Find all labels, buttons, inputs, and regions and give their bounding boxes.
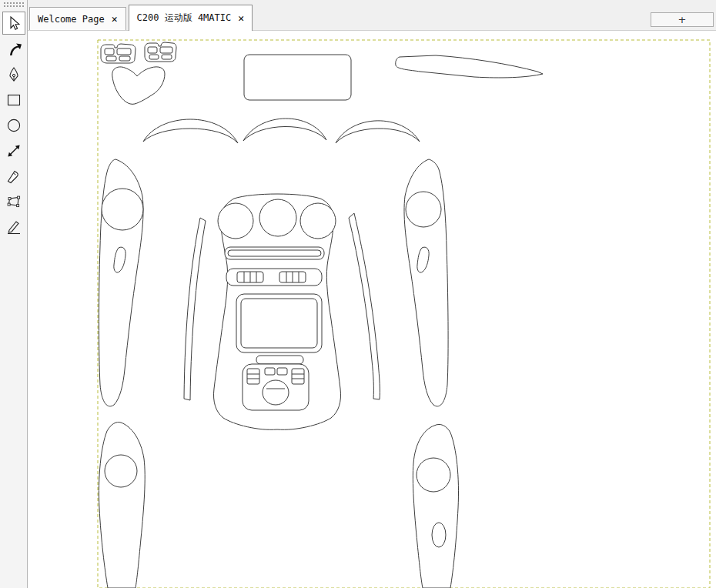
steering-button-panel-left[interactable] bbox=[101, 44, 136, 63]
tool-pencil[interactable] bbox=[0, 214, 28, 239]
toolbar-grip bbox=[3, 2, 25, 8]
scale-arrows-icon bbox=[5, 142, 22, 159]
app-window: Welcome Page ✕ C200 运动版 4MATIC ✕ + bbox=[0, 0, 716, 588]
steering-button-panel-right[interactable] bbox=[145, 42, 176, 62]
tool-select[interactable] bbox=[2, 12, 25, 35]
tab-label: C200 运动版 4MATIC bbox=[137, 12, 232, 25]
tab-label: Welcome Page bbox=[38, 14, 105, 25]
warp-quad-icon bbox=[5, 193, 22, 210]
selector-bar bbox=[256, 356, 303, 364]
vent-ring-center bbox=[259, 199, 296, 236]
tool-rectangle[interactable] bbox=[0, 87, 28, 112]
center-console[interactable] bbox=[214, 194, 341, 429]
tool-palette bbox=[0, 0, 28, 588]
pencil-line-icon bbox=[5, 219, 22, 236]
drawing-svg bbox=[28, 31, 716, 588]
door-trim-front-left[interactable] bbox=[99, 159, 144, 406]
trim-pieces bbox=[99, 42, 543, 588]
door-arc-right[interactable] bbox=[336, 121, 420, 143]
dash-display-screen[interactable] bbox=[244, 55, 351, 100]
door-trim-front-right[interactable] bbox=[404, 159, 448, 406]
pen-nib-icon bbox=[5, 66, 22, 83]
tool-pen-nib[interactable] bbox=[0, 62, 28, 87]
tool-warp-quad[interactable] bbox=[0, 189, 28, 214]
tab-close-icon[interactable]: ✕ bbox=[112, 13, 118, 25]
rectangle-icon bbox=[5, 92, 22, 109]
tab-c200-4matic[interactable]: C200 运动版 4MATIC ✕ bbox=[129, 5, 253, 31]
pillar-strip-right[interactable] bbox=[349, 213, 380, 399]
direct-select-arrow-icon bbox=[5, 41, 22, 58]
vent-ring-left bbox=[218, 203, 253, 239]
pillar-strip-left[interactable] bbox=[184, 218, 206, 400]
tool-knife[interactable] bbox=[0, 163, 28, 189]
select-cursor-icon bbox=[5, 15, 22, 32]
door-trim-rear-right[interactable] bbox=[413, 424, 458, 588]
door-trim-rear-left[interactable] bbox=[99, 422, 145, 588]
new-tab-button[interactable]: + bbox=[651, 12, 714, 27]
ellipse-icon bbox=[5, 117, 22, 134]
door-arc-middle[interactable] bbox=[243, 119, 326, 141]
tool-ellipse[interactable] bbox=[0, 112, 28, 138]
tab-close-icon[interactable]: ✕ bbox=[238, 12, 244, 24]
tool-scale[interactable] bbox=[0, 138, 28, 163]
steering-lower-trim[interactable] bbox=[112, 67, 165, 104]
tab-welcome-page[interactable]: Welcome Page ✕ bbox=[29, 7, 126, 30]
tab-bar: Welcome Page ✕ C200 运动版 4MATIC ✕ + bbox=[28, 0, 716, 31]
door-arc-left[interactable] bbox=[143, 119, 238, 143]
touchpad bbox=[263, 380, 289, 405]
tool-direct-select[interactable] bbox=[0, 36, 28, 62]
dash-trim-blade[interactable] bbox=[396, 55, 543, 78]
vent-ring-right bbox=[300, 203, 336, 239]
knife-icon bbox=[5, 168, 22, 185]
canvas[interactable] bbox=[28, 31, 716, 588]
